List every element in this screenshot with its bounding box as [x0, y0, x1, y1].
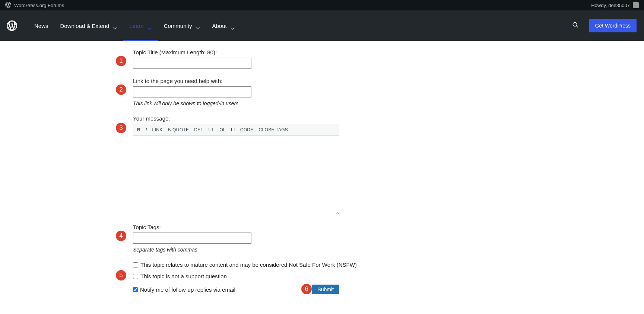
message-textarea[interactable] — [133, 136, 339, 215]
editor-bold-button[interactable]: B — [137, 127, 140, 132]
notify-checkbox[interactable] — [133, 287, 138, 292]
nsfw-checkbox-row: This topic relates to mature content and… — [133, 262, 372, 268]
annotation-badge-4: 4 — [116, 231, 126, 241]
editor-del-button[interactable]: DEL — [194, 127, 203, 132]
submit-button[interactable]: Submit — [312, 285, 339, 294]
nav-label: About — [212, 23, 227, 29]
link-section: 2 Link to the page you need help with: T… — [133, 78, 372, 106]
admin-bar-site-title: WordPress.org Forums — [14, 3, 64, 8]
nav-label: Learn — [129, 23, 143, 29]
chevron-down-icon — [148, 24, 152, 28]
admin-bar-howdy: Howdy, dee35007 — [591, 3, 630, 8]
notify-label: Notify me of follow-up replies via email — [140, 286, 235, 293]
topic-title-input[interactable] — [133, 58, 251, 69]
tags-hint: Separate tags with commas — [133, 247, 372, 253]
topic-title-section: 1 Topic Title (Maximum Length: 80): — [133, 49, 372, 69]
submit-row: Notify me of follow-up replies via email… — [133, 285, 339, 294]
chevron-down-icon — [197, 24, 200, 28]
wordpress-logo-icon[interactable] — [7, 20, 17, 31]
nav-label: Download & Extend — [60, 23, 110, 29]
message-section: 3 Your message: B I LINK B-QUOTE DEL UL … — [133, 115, 372, 215]
tags-input[interactable] — [133, 233, 251, 244]
nav-item-learn[interactable]: Learn — [123, 10, 158, 41]
nav-item-community[interactable]: Community — [158, 10, 206, 41]
main-nav: News Download & Extend Learn Community A… — [0, 10, 644, 41]
editor-toolbar: B I LINK B-QUOTE DEL UL OL LI CODE CLOSE… — [133, 124, 339, 136]
notify-checkbox-row: Notify me of follow-up replies via email — [133, 286, 235, 293]
admin-bar-left[interactable]: WordPress.org Forums — [5, 2, 64, 9]
nsfw-label: This topic relates to mature content and… — [140, 262, 357, 268]
not-support-label: This topic is not a support question — [140, 273, 227, 279]
form-content: 1 Topic Title (Maximum Length: 80): 2 Li… — [0, 41, 410, 313]
search-icon[interactable] — [572, 22, 579, 30]
nav-item-about[interactable]: About — [206, 10, 241, 41]
annotation-badge-1: 1 — [116, 56, 126, 66]
main-nav-right: Get WordPress — [572, 19, 637, 32]
chevron-down-icon — [114, 24, 117, 28]
link-hint: This link will only be shown to logged-i… — [133, 100, 372, 106]
nav-item-news[interactable]: News — [28, 10, 54, 41]
editor-link-button[interactable]: LINK — [152, 127, 163, 132]
editor: B I LINK B-QUOTE DEL UL OL LI CODE CLOSE… — [133, 124, 339, 215]
message-label: Your message: — [133, 115, 372, 122]
link-label: Link to the page you need help with: — [133, 78, 372, 84]
topic-title-label: Topic Title (Maximum Length: 80): — [133, 49, 372, 55]
editor-bquote-button[interactable]: B-QUOTE — [168, 127, 189, 132]
tags-section: 4 Topic Tags: Separate tags with commas — [133, 224, 372, 253]
editor-ul-button[interactable]: UL — [209, 127, 215, 132]
annotation-badge-3: 3 — [116, 123, 126, 133]
main-nav-left: News Download & Extend Learn Community A… — [7, 10, 241, 41]
get-wordpress-button[interactable]: Get WordPress — [589, 19, 637, 32]
wordpress-mini-icon — [5, 2, 11, 9]
link-input[interactable] — [133, 86, 251, 97]
not-support-checkbox[interactable] — [133, 274, 138, 279]
admin-bar: WordPress.org Forums Howdy, dee35007 — [0, 0, 644, 10]
nav-item-download[interactable]: Download & Extend — [54, 10, 124, 41]
nav-label: News — [34, 23, 48, 29]
nsfw-checkbox[interactable] — [133, 262, 138, 267]
avatar — [633, 2, 639, 8]
tags-label: Topic Tags: — [133, 224, 372, 230]
editor-li-button[interactable]: LI — [231, 127, 235, 132]
editor-italic-button[interactable]: I — [146, 127, 147, 132]
annotation-badge-5: 5 — [116, 270, 126, 281]
chevron-down-icon — [231, 24, 235, 28]
svg-point-0 — [573, 22, 577, 26]
svg-line-1 — [576, 26, 578, 28]
annotation-badge-2: 2 — [116, 84, 126, 95]
annotation-badge-6: 6 — [301, 284, 312, 294]
editor-code-button[interactable]: CODE — [240, 127, 254, 132]
not-support-checkbox-row: 5 This topic is not a support question — [133, 273, 372, 279]
nav-label: Community — [164, 23, 192, 29]
admin-bar-account[interactable]: Howdy, dee35007 — [591, 2, 639, 8]
editor-close-tags-button[interactable]: CLOSE TAGS — [259, 127, 288, 132]
editor-ol-button[interactable]: OL — [219, 127, 226, 132]
